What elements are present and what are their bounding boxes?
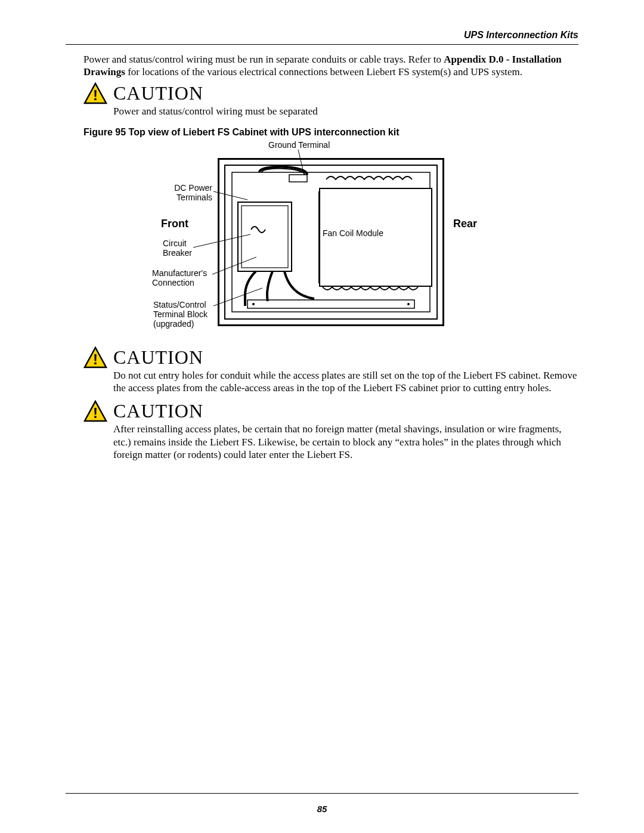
svg-text:!: ! bbox=[93, 351, 98, 367]
svg-text:!: ! bbox=[93, 405, 98, 421]
svg-point-7 bbox=[407, 303, 410, 305]
label-ground-terminal: Ground Terminal bbox=[268, 140, 330, 150]
label-status-control-terminal: Status/Control Terminal Block (upgraded) bbox=[153, 300, 208, 329]
top-rule bbox=[66, 44, 578, 45]
caution-title: CAUTION bbox=[113, 348, 578, 367]
caution-icon: ! bbox=[83, 346, 107, 369]
caution-block-2: ! CAUTION Do not cut entry holes for con… bbox=[83, 346, 578, 400]
label-dc-power-terminals: DC Power Terminals bbox=[161, 183, 212, 202]
cabinet-drawing: Fan Coil Module bbox=[218, 158, 444, 326]
intro-paragraph: Power and status/control wiring must be … bbox=[83, 53, 578, 79]
caution-title: CAUTION bbox=[113, 401, 578, 420]
intro-text-2: for locations of the various electrical … bbox=[125, 66, 522, 78]
caution-title: CAUTION bbox=[113, 83, 578, 103]
caution-block-3: ! CAUTION After reinstalling access plat… bbox=[83, 400, 578, 466]
caution-text: Do not cut entry holes for conduit while… bbox=[113, 369, 578, 395]
label-manufacturers-connection: Manufacturer's Connection bbox=[152, 268, 207, 287]
svg-rect-8 bbox=[238, 202, 292, 271]
caution-icon: ! bbox=[83, 400, 107, 423]
caution-block-1: ! CAUTION Power and status/control wirin… bbox=[83, 82, 578, 122]
caution-icon: ! bbox=[83, 82, 107, 105]
figure-95: Ground Terminal DC Power Terminals Front… bbox=[83, 140, 578, 343]
svg-rect-10 bbox=[289, 175, 307, 182]
figure-caption: Figure 95 Top view of Liebert FS Cabinet… bbox=[83, 127, 578, 138]
page-number: 85 bbox=[0, 804, 644, 814]
bottom-rule bbox=[66, 793, 578, 794]
intro-text-1: Power and status/control wiring must be … bbox=[83, 54, 444, 65]
label-front: Front bbox=[161, 218, 188, 230]
label-circuit-breaker: Circuit Breaker bbox=[163, 239, 192, 258]
svg-rect-5 bbox=[247, 300, 414, 308]
caution-text: After reinstalling access plates, be cer… bbox=[113, 423, 578, 461]
svg-text:!: ! bbox=[93, 87, 98, 103]
label-rear: Rear bbox=[453, 218, 477, 230]
section-header: UPS Interconnection Kits bbox=[66, 30, 578, 41]
label-fan-coil-module: Fan Coil Module bbox=[323, 228, 383, 238]
svg-point-6 bbox=[252, 303, 255, 305]
caution-text: Power and status/control wiring must be … bbox=[113, 105, 578, 117]
